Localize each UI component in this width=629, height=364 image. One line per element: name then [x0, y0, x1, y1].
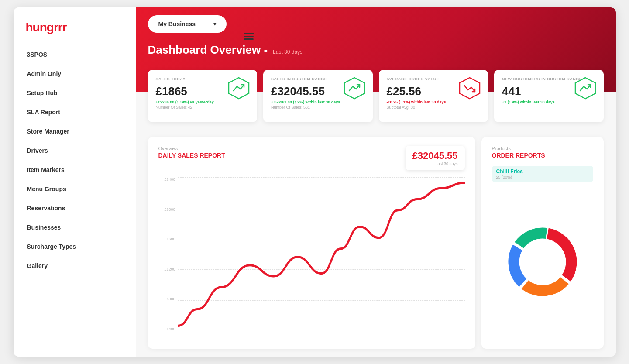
- sidebar-item-businesses[interactable]: Businesses: [14, 218, 136, 237]
- stat-change-sales-today: +£2236.00 (↑ 19%) vs yesterday: [156, 100, 250, 104]
- y-axis: £2400£2000£1600£1200£800£400: [158, 177, 178, 331]
- stat-change-avg-order: -£0.25 (↓ 1%) within last 30 days: [387, 100, 481, 104]
- chart-title-section: Overview DAILY SALES REPORT: [158, 146, 225, 159]
- y-axis-label: £1200: [164, 267, 175, 271]
- stat-icon-new-customers: [574, 77, 597, 100]
- business-label: My Business: [158, 21, 196, 27]
- sidebar-item-menu-groups[interactable]: Menu Groups: [14, 179, 136, 199]
- y-axis-label: £2400: [164, 177, 175, 182]
- stat-card-sales-custom: SALES IN CUSTOM RANGE £32045.55 +£56263.…: [263, 70, 373, 122]
- donut-area: [492, 184, 593, 340]
- business-selector[interactable]: My Business ▾: [148, 15, 227, 33]
- stat-sub-avg-order: Subtotal Avg: 30: [387, 105, 481, 110]
- y-axis-label: £800: [166, 297, 175, 301]
- stat-sub-sales-today: Number Of Sales: 42: [156, 105, 250, 110]
- chart-area: £2400£2000£1600£1200£800£400: [158, 177, 465, 340]
- page-title: Dashboard Overview -: [148, 43, 268, 57]
- product-badge: Chilli Fries 25 (20%): [492, 166, 593, 182]
- logo: hungrrr: [14, 16, 136, 45]
- y-axis-label: £1600: [164, 237, 175, 241]
- stat-icon-sales-today: [227, 77, 250, 100]
- donut-segment-2: [508, 244, 527, 288]
- chart-plot: [178, 177, 465, 331]
- chart-header: Overview DAILY SALES REPORT £32045.55 la…: [158, 146, 465, 170]
- sidebar-item-gallery[interactable]: Gallery: [14, 256, 136, 275]
- chart-value-badge: £32045.55 last 30 days: [406, 146, 465, 170]
- bottom-section: Overview DAILY SALES REPORT £32045.55 la…: [136, 129, 616, 357]
- stat-icon-sales-custom: [343, 77, 366, 100]
- chart-value-period: last 30 days: [412, 161, 458, 166]
- y-axis-label: £2000: [164, 207, 175, 212]
- chart-label: Overview: [158, 146, 225, 151]
- sidebar: hungrrr 3SPOSAdmin OnlySetup HubSLA Repo…: [14, 7, 136, 357]
- stats-cards: SALES TODAY £1865 +£2236.00 (↑ 19%) vs y…: [136, 70, 616, 122]
- main-content: My Business ▾ Dashboard Overview - Last …: [136, 7, 616, 357]
- sidebar-item-3spos[interactable]: 3SPOS: [14, 45, 136, 64]
- dashboard-title-row: Dashboard Overview - Last 30 days: [148, 43, 604, 57]
- sidebar-nav: 3SPOSAdmin OnlySetup HubSLA ReportStore …: [14, 45, 136, 275]
- stat-change-sales-custom: +£56263.00 (↑ 9%) within last 30 days: [271, 100, 365, 104]
- stat-card-avg-order: AVERAGE ORDER VALUE £25.56 -£0.25 (↓ 1%)…: [379, 70, 488, 122]
- sidebar-item-sla-report[interactable]: SLA Report: [14, 103, 136, 122]
- products-title: ORDER REPORTS: [492, 152, 593, 159]
- header-top: My Business ▾: [148, 15, 604, 33]
- sidebar-item-surcharge-types[interactable]: Surcharge Types: [14, 237, 136, 256]
- stat-sub-sales-custom: Number Of Sales: 561: [271, 105, 365, 110]
- product-pct: 25 (20%): [496, 175, 589, 179]
- stat-change-new-customers: +3 (↑ 9%) within last 30 days: [502, 100, 596, 104]
- chart-title: DAILY SALES REPORT: [158, 152, 225, 159]
- sidebar-item-store-manager[interactable]: Store Manager: [14, 122, 136, 141]
- chevron-down-icon: ▾: [213, 21, 216, 27]
- product-name: Chilli Fries: [496, 168, 589, 175]
- sidebar-item-setup-hub[interactable]: Setup Hub: [14, 83, 136, 103]
- products-card: Products ORDER REPORTS Chilli Fries 25 (…: [481, 137, 604, 349]
- products-label: Products: [492, 146, 593, 151]
- chart-value-amount: £32045.55: [412, 150, 458, 161]
- sidebar-item-drivers[interactable]: Drivers: [14, 141, 136, 160]
- y-axis-label: £400: [166, 327, 175, 331]
- dashboard-subtitle: Last 30 days: [273, 49, 302, 55]
- stat-card-new-customers: NEW CUSTOMERS IN CUSTOM RANGE 441 +3 (↑ …: [494, 70, 604, 122]
- donut-segment-0: [543, 227, 577, 282]
- sidebar-item-reservations[interactable]: Reservations: [14, 199, 136, 218]
- donut-segment-3: [513, 227, 548, 249]
- stat-card-sales-today: SALES TODAY £1865 +£2236.00 (↑ 19%) vs y…: [148, 70, 258, 122]
- chart-card: Overview DAILY SALES REPORT £32045.55 la…: [148, 137, 475, 349]
- stat-icon-avg-order: [458, 77, 481, 100]
- sidebar-item-admin-only[interactable]: Admin Only: [14, 64, 136, 83]
- donut-segment-1: [520, 276, 570, 297]
- sidebar-item-item-markers[interactable]: Item Markers: [14, 160, 136, 179]
- hamburger-menu[interactable]: [244, 33, 254, 40]
